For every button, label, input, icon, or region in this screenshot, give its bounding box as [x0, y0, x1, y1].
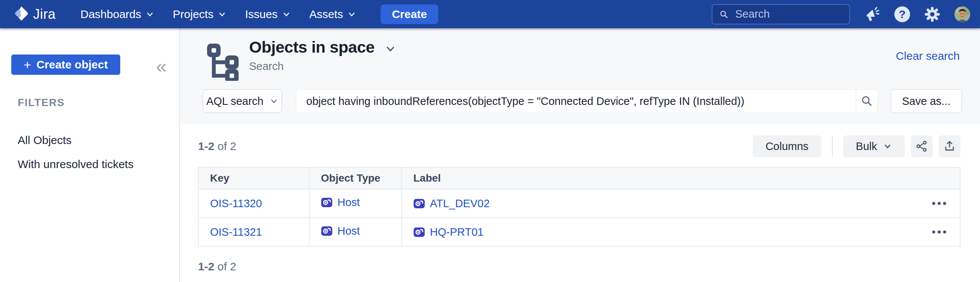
object-type-link[interactable]: Host: [321, 225, 360, 237]
search-icon: [719, 9, 729, 19]
global-search-box[interactable]: [712, 4, 850, 24]
table-header-row: Key Object Type Label: [199, 167, 960, 189]
row-actions-button[interactable]: •••: [929, 196, 951, 211]
object-key-link[interactable]: OIS-11321: [210, 226, 262, 238]
export-icon: [943, 140, 956, 153]
chevron-down-icon: [269, 97, 278, 106]
footer-result-count: 1-2 of 2: [198, 260, 961, 273]
nav-menu-dashboards-label: Dashboards: [80, 8, 141, 21]
object-key-link[interactable]: OIS-11320: [210, 198, 262, 210]
page-title: Objects in space: [249, 38, 375, 56]
search-icon: [861, 95, 873, 108]
save-as-button[interactable]: Save as...: [891, 89, 962, 113]
column-header-key[interactable]: Key: [199, 167, 309, 189]
nav-menu-dashboards[interactable]: Dashboards: [80, 8, 154, 21]
nav-right-group: ?: [712, 4, 970, 24]
search-mode-dropdown[interactable]: AQL search: [202, 89, 282, 113]
page-subtitle: Search: [249, 60, 396, 73]
nav-menu-projects-label: Projects: [173, 8, 213, 21]
settings-button[interactable]: [924, 6, 941, 23]
help-button[interactable]: ?: [894, 6, 910, 22]
share-icon: [915, 140, 928, 153]
object-label-link[interactable]: ATL_DEV02: [414, 198, 490, 210]
toolbar-divider: [832, 136, 833, 157]
help-icon: ?: [894, 6, 910, 22]
host-object-icon: [321, 197, 332, 208]
object-type-link[interactable]: Host: [321, 196, 360, 209]
host-object-icon: [414, 198, 425, 209]
user-avatar[interactable]: [955, 6, 970, 22]
objects-table: Key Object Type Label OIS-11320 Host: [198, 167, 961, 247]
nav-menu-issues[interactable]: Issues: [245, 8, 291, 21]
run-search-button[interactable]: [856, 89, 878, 113]
search-header: Objects in space Search Clear search AQL…: [180, 28, 980, 124]
jira-logo[interactable]: Jira: [13, 5, 56, 24]
bulk-label: Bulk: [856, 140, 877, 153]
main-content: Objects in space Search Clear search AQL…: [180, 28, 980, 282]
column-header-object-type[interactable]: Object Type: [309, 167, 402, 189]
object-schema-icon: [202, 40, 243, 82]
nav-menu-issues-label: Issues: [245, 8, 278, 21]
double-chevron-left-icon: «: [156, 56, 167, 77]
schema-title-dropdown[interactable]: Objects in space: [249, 38, 396, 56]
export-button[interactable]: [939, 135, 961, 157]
chevron-down-icon: [218, 10, 226, 18]
create-object-label: Create object: [37, 58, 108, 71]
chevron-down-icon: [348, 10, 356, 18]
chevron-down-icon: [146, 10, 154, 18]
chevron-down-icon: [384, 43, 396, 55]
results-section: 1-2 of 2 Columns Bulk: [180, 124, 980, 273]
filter-list: All Objects With unresolved tickets: [0, 128, 179, 176]
nav-menu-assets-label: Assets: [309, 8, 343, 21]
host-object-icon: [321, 225, 332, 237]
column-header-label[interactable]: Label: [402, 167, 960, 189]
aql-query-input[interactable]: [296, 89, 856, 113]
chevron-down-icon: [883, 142, 892, 151]
top-navigation-bar: Jira Dashboards Projects Issues Assets C…: [0, 0, 980, 28]
result-count: 1-2 of 2: [198, 140, 236, 153]
bulk-actions-button[interactable]: Bulk: [843, 135, 905, 157]
gear-icon: [924, 6, 941, 23]
jira-brand-name: Jira: [33, 6, 56, 22]
global-search-input[interactable]: [735, 8, 843, 21]
row-actions-button[interactable]: •••: [929, 224, 951, 240]
table-row: OIS-11320 Host ATL_DEV02 •••: [199, 189, 960, 218]
announcements-button[interactable]: [864, 6, 881, 23]
filter-item-all-objects[interactable]: All Objects: [0, 128, 179, 152]
search-mode-label: AQL search: [206, 95, 263, 108]
share-button[interactable]: [911, 135, 933, 157]
host-object-icon: [414, 226, 425, 238]
filters-heading: FILTERS: [18, 97, 179, 109]
object-label-link[interactable]: HQ-PRT01: [414, 226, 484, 238]
jira-logo-icon: [13, 5, 30, 24]
clear-search-link[interactable]: Clear search: [894, 49, 962, 63]
table-row: OIS-11321 Host HQ-PRT01 •••: [199, 218, 960, 246]
chevron-down-icon: [282, 10, 291, 18]
filter-item-unresolved-tickets[interactable]: With unresolved tickets: [0, 152, 179, 176]
create-button[interactable]: Create: [381, 5, 438, 24]
collapse-sidebar-button[interactable]: «: [156, 57, 167, 76]
create-object-button[interactable]: + Create object: [11, 54, 120, 75]
megaphone-icon: [864, 6, 881, 23]
nav-menu-assets[interactable]: Assets: [309, 8, 356, 21]
sidebar: + Create object « FILTERS All Objects Wi…: [0, 28, 180, 282]
nav-menu-projects[interactable]: Projects: [173, 8, 226, 21]
columns-button[interactable]: Columns: [752, 135, 821, 157]
plus-icon: +: [24, 58, 31, 71]
